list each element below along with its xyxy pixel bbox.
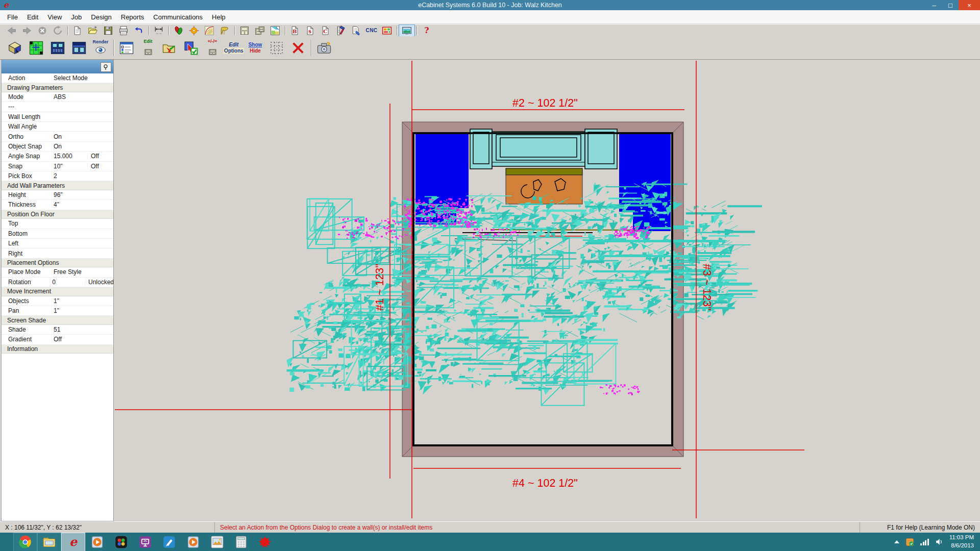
close-button[interactable]: × <box>959 0 980 10</box>
lazy-susan-button[interactable] <box>186 25 202 36</box>
taskbar-screen-cast[interactable] <box>133 533 157 551</box>
panel-row-bottom[interactable]: Bottom <box>2 229 114 239</box>
taskbar-ecabinet[interactable]: e <box>61 533 85 551</box>
field-extra[interactable]: Off <box>87 153 114 160</box>
plan-view-button[interactable] <box>26 37 47 59</box>
cancel-button[interactable] <box>35 25 50 36</box>
menu-design[interactable]: Design <box>86 13 116 21</box>
menu-file[interactable]: File <box>3 13 22 21</box>
panel-row-rotation[interactable]: Rotation0Unlocked <box>2 278 114 287</box>
job-properties-button[interactable] <box>349 25 364 36</box>
grid-toggle-button[interactable] <box>266 37 287 59</box>
panel-row-pan[interactable]: Pan1" <box>2 306 114 316</box>
taskbar-file-explorer[interactable] <box>37 533 61 551</box>
help-button[interactable]: ? <box>419 25 434 36</box>
nav-back-button[interactable] <box>4 25 19 36</box>
wall-elevation-button[interactable] <box>68 37 90 59</box>
field-extra[interactable]: Off <box>87 163 114 170</box>
menu-job[interactable]: Job <box>66 13 86 21</box>
cnc-button[interactable]: CNC <box>364 25 379 36</box>
panel-row-objects[interactable]: Objects1" <box>2 296 114 306</box>
save-job-button[interactable] <box>101 25 116 36</box>
elevation-view-button[interactable] <box>47 37 68 59</box>
molding-profile-button[interactable] <box>217 25 232 36</box>
taskbar-media-player-2[interactable] <box>181 533 205 551</box>
bid-report-button[interactable]: B <box>287 25 303 36</box>
room-3d-view-button[interactable] <box>4 37 26 59</box>
open-job-button[interactable] <box>85 25 101 36</box>
panel-row-snap[interactable]: Snap10"Off <box>2 162 114 171</box>
field-value[interactable]: On <box>52 133 87 140</box>
security-tray-icon[interactable] <box>905 537 915 547</box>
field-value[interactable]: ABS <box>52 93 87 101</box>
nesting-button[interactable] <box>379 25 395 36</box>
field-value[interactable]: Off <box>52 336 87 343</box>
menu-reports[interactable]: Reports <box>116 13 149 21</box>
taskbar-paint-app[interactable] <box>157 533 181 551</box>
drawing-canvas[interactable]: #2 ~ 102 1/2" #4 ~ 102 1/2" #1 ~ 123" #3… <box>113 60 980 521</box>
panel-row-thickness[interactable]: Thickness4" <box>2 200 114 210</box>
print-button[interactable] <box>116 25 131 36</box>
panel-row-right[interactable]: Right <box>2 248 114 258</box>
replace-object-button[interactable] <box>180 37 202 59</box>
show-hide-button[interactable]: ShowHide <box>244 37 266 59</box>
minimize-button[interactable]: – <box>926 0 942 10</box>
field-value[interactable]: 51 <box>52 326 87 333</box>
edit-cabinet-button[interactable]: Edit <box>137 37 159 59</box>
field-value[interactable]: 2 <box>52 172 87 180</box>
volume-icon[interactable] <box>935 537 944 546</box>
options-dialog-button[interactable] <box>116 37 137 59</box>
fitting-tool-button[interactable] <box>171 25 186 36</box>
cabinet-editor-button[interactable] <box>237 25 252 36</box>
estimate-button[interactable]: +/-/= <box>202 37 223 59</box>
undo-button[interactable] <box>131 25 146 36</box>
panel-row-action[interactable]: ActionSelect Mode <box>2 73 114 83</box>
panel-row-angle-snap[interactable]: Angle Snap15.000Off <box>2 152 114 161</box>
panel-row-object-snap[interactable]: Object SnapOn <box>2 142 114 152</box>
options-panel-titlebar[interactable] <box>2 60 114 73</box>
menu-help[interactable]: Help <box>207 13 230 21</box>
taskbar-calculator[interactable] <box>229 533 253 551</box>
panel-row--[interactable]: --- <box>2 102 114 112</box>
taskbar-photo-viewer[interactable] <box>205 533 229 551</box>
field-value[interactable]: On <box>52 143 87 150</box>
field-value[interactable]: 1" <box>52 307 87 314</box>
menu-edit[interactable]: Edit <box>22 13 43 21</box>
panel-row-place-mode[interactable]: Place ModeFree Style <box>2 267 114 277</box>
nav-forward-button[interactable] <box>19 25 35 36</box>
panel-row-mode[interactable]: ModeABS <box>2 92 114 102</box>
menu-view[interactable]: View <box>43 13 66 21</box>
panel-row-left[interactable]: Left <box>2 239 114 248</box>
taskbar-clock[interactable]: 11:03 PM8/6/2013 <box>949 534 974 549</box>
molding-curve-button[interactable] <box>202 25 217 36</box>
field-value[interactable]: Free Style <box>52 268 87 276</box>
delete-button[interactable] <box>287 37 309 59</box>
menu-communications[interactable]: Communications <box>149 13 207 21</box>
taskbar-red-creature-app[interactable] <box>253 533 277 551</box>
panel-pin-button[interactable] <box>101 62 111 72</box>
taskbar-puzzle-app[interactable] <box>109 533 133 551</box>
render-view-button[interactable] <box>399 25 414 36</box>
edit-options-button[interactable]: EditOptions <box>223 37 244 59</box>
new-job-button[interactable] <box>70 25 85 36</box>
panel-row-ortho[interactable]: OrthoOn <box>2 132 114 141</box>
panel-row-shade[interactable]: Shade51 <box>2 325 114 335</box>
taskbar-chrome[interactable] <box>13 533 37 551</box>
field-value[interactable]: 15.000 <box>52 153 87 160</box>
field-value[interactable]: Select Mode <box>52 74 87 82</box>
taskbar-media-player[interactable] <box>85 533 109 551</box>
field-value[interactable]: 1" <box>52 297 87 305</box>
field-value[interactable]: 96" <box>52 191 87 198</box>
network-signal-icon[interactable] <box>920 539 929 545</box>
field-extra[interactable]: Unlocked <box>85 279 114 286</box>
panel-row-top[interactable]: Top <box>2 219 114 229</box>
maximize-button[interactable]: □ <box>942 0 959 10</box>
render-button[interactable]: Render <box>90 37 111 59</box>
snapshot-button[interactable] <box>313 37 335 59</box>
panel-row-wall-angle[interactable]: Wall Angle <box>2 122 114 132</box>
cutlist-report-button[interactable]: C <box>318 25 333 36</box>
dimension-tool-button[interactable] <box>151 25 166 36</box>
panel-row-height[interactable]: Height96" <box>2 190 114 200</box>
move-objects-button[interactable] <box>159 37 180 59</box>
field-value[interactable]: 10" <box>52 163 87 170</box>
